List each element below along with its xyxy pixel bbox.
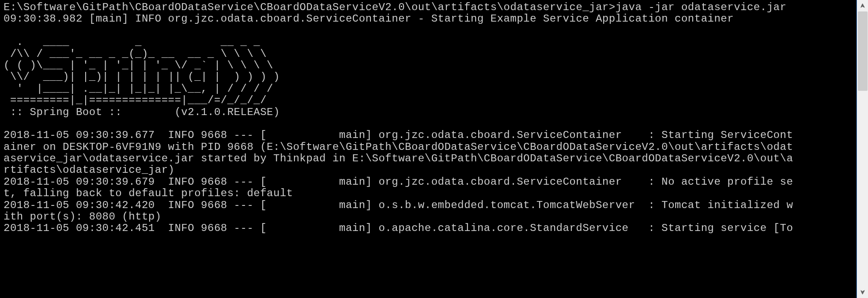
prompt-line: E:\Software\GitPath\CBoardODataService\C… bbox=[4, 1, 786, 13]
scroll-down-arrow-icon[interactable]: ⮟ bbox=[857, 287, 868, 298]
vertical-scrollbar[interactable]: ⮝ ⮟ bbox=[857, 0, 868, 298]
log-block: 2018-11-05 09:30:39.677 INFO 9668 --- [ … bbox=[4, 129, 793, 234]
log-startup: 09:30:38.982 [main] INFO org.jzc.odata.c… bbox=[4, 13, 734, 25]
spring-ascii-art: . ____ _ __ _ _ /\\ / ___'_ __ _ _(_)_ _… bbox=[4, 36, 280, 106]
terminal-output[interactable]: E:\Software\GitPath\CBoardODataService\C… bbox=[0, 0, 857, 298]
spring-boot-version: :: Spring Boot :: (v2.1.0.RELEASE) bbox=[4, 106, 280, 118]
scrollbar-thumb[interactable] bbox=[858, 11, 868, 91]
scroll-up-arrow-icon[interactable]: ⮝ bbox=[857, 0, 868, 11]
